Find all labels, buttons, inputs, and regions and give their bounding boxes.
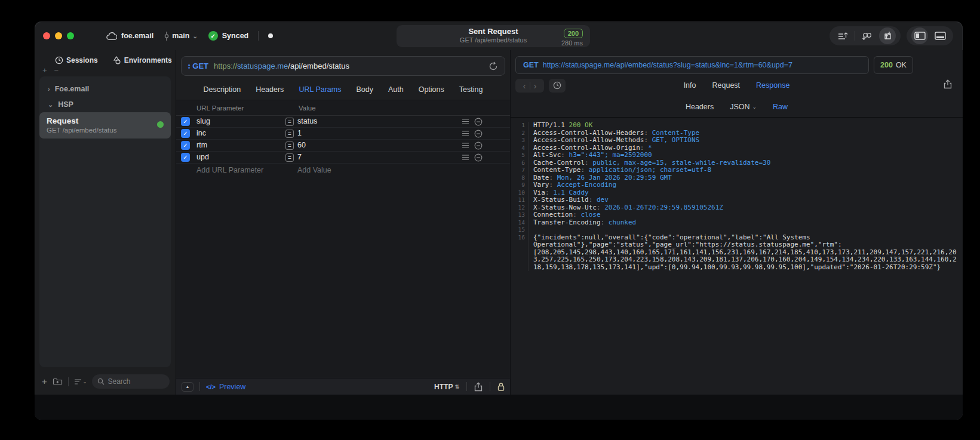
zoom-window-button[interactable]	[67, 32, 74, 39]
line-content: Transfer-Encoding: chunked	[529, 219, 959, 227]
operator-equals-icon[interactable]: =	[285, 141, 294, 150]
param-value-field[interactable]: 1	[297, 129, 302, 137]
branch-selector[interactable]: main ⌄	[164, 32, 198, 41]
tab-auth[interactable]: Auth	[388, 85, 404, 94]
line-content: Vary: Accept-Encoding	[529, 181, 959, 189]
sidebar-group-hsp[interactable]: ⌄ HSP	[39, 97, 171, 112]
history-nav-group: ‹ ›	[515, 79, 544, 93]
method-selector[interactable]: GET	[192, 61, 208, 70]
search-input[interactable]: Search	[92, 374, 170, 389]
operator-equals-icon[interactable]: =	[285, 153, 294, 162]
tab-headers[interactable]: Headers	[686, 103, 714, 111]
param-checkbox[interactable]: ✓	[181, 129, 190, 138]
tab-body[interactable]: Body	[356, 85, 373, 94]
sent-request-summary[interactable]: Sent Request GET /api/embed/status 200 2…	[397, 25, 590, 47]
remove-param-button[interactable]	[474, 118, 483, 126]
sort-list-button[interactable]: ⌄	[74, 379, 87, 385]
sent-request-url: GET https://statuspage.me/api/embed/stat…	[515, 56, 869, 74]
operator-equals-icon[interactable]: =	[285, 118, 294, 126]
param-name-field[interactable]: rtm	[196, 141, 207, 149]
param-checkbox[interactable]: ✓	[181, 153, 190, 162]
footer-divider	[68, 377, 69, 386]
tab-options[interactable]: Options	[419, 85, 444, 94]
new-request-button[interactable]: +	[42, 377, 47, 386]
response-header: GET https://statuspage.me/api/embed/stat…	[511, 50, 963, 74]
collapse-panel-button[interactable]: ▲	[182, 382, 193, 392]
param-value-field[interactable]: 7	[297, 153, 302, 161]
share-button[interactable]	[474, 382, 483, 392]
remove-param-button[interactable]	[474, 141, 483, 150]
sent-method: GET	[523, 61, 539, 69]
history-button[interactable]	[549, 79, 566, 93]
resend-request-button[interactable]	[489, 61, 498, 71]
stepper-icon: ⇅	[454, 384, 459, 390]
tab-request[interactable]: Request	[712, 81, 741, 90]
operator-equals-icon[interactable]: =	[285, 130, 294, 138]
row-options-icon[interactable]	[462, 142, 469, 149]
toggle-bottom-panel-button[interactable]	[932, 27, 948, 44]
add-session-button[interactable]: +	[42, 66, 47, 75]
add-url-parameter-field[interactable]: Add URL Parameter	[196, 166, 263, 174]
column-header-parameter: URL Parameter	[196, 104, 244, 112]
tab-environments[interactable]: Environments	[112, 56, 172, 64]
publish-cycle-button[interactable]	[879, 27, 896, 44]
row-options-icon[interactable]	[462, 154, 469, 161]
api-sync-button[interactable]	[859, 27, 875, 44]
line-number: 4	[513, 144, 529, 152]
sync-status[interactable]: ✓ Synced	[208, 31, 248, 41]
lock-icon[interactable]	[497, 382, 505, 391]
export-response-button[interactable]	[944, 79, 952, 89]
preview-button[interactable]: </> Preview	[206, 383, 245, 391]
tab-raw[interactable]: Raw	[773, 103, 788, 111]
param-value-field[interactable]: 60	[297, 141, 306, 149]
tab-info[interactable]: Info	[684, 81, 696, 90]
new-folder-button[interactable]	[53, 377, 63, 386]
param-checkbox[interactable]: ✓	[181, 117, 190, 126]
url-scheme: https://	[214, 61, 237, 70]
preview-label: Preview	[219, 383, 245, 391]
branch-icon	[164, 32, 169, 41]
param-name-field[interactable]: slug	[196, 117, 210, 125]
sync-label: Synced	[222, 32, 248, 40]
param-name-field[interactable]: upd	[196, 153, 209, 161]
sidebar-item-request[interactable]: Request GET /api/embed/status	[39, 112, 171, 139]
back-button[interactable]: ‹	[523, 81, 526, 91]
traffic-lights	[43, 32, 74, 39]
protocol-selector[interactable]: HTTP ⇅	[434, 383, 459, 391]
tab-testing[interactable]: Testing	[459, 85, 483, 94]
minimize-window-button[interactable]	[55, 32, 62, 39]
line-number: 11	[513, 196, 529, 204]
close-window-button[interactable]	[43, 32, 50, 39]
forward-button[interactable]: ›	[534, 81, 537, 91]
tab-url-params[interactable]: URL Params	[299, 85, 341, 94]
remove-param-button[interactable]	[474, 153, 483, 162]
layout-toggles-group	[907, 26, 953, 45]
line-content: {"incidents":null,"overall":{"code":"ope…	[529, 234, 959, 272]
sent-url: https://statuspage.me/api/embed/status?s…	[543, 61, 792, 69]
remove-session-button[interactable]: −	[54, 66, 59, 75]
sessions-panel: › Foe.email ⌄ HSP Request GET /api/embed…	[39, 76, 171, 367]
remove-param-button[interactable]	[474, 130, 483, 138]
project-selector[interactable]: foe.email	[106, 32, 153, 40]
row-options-icon[interactable]	[462, 130, 469, 137]
import-button[interactable]	[834, 27, 851, 44]
request-url-bar[interactable]: ▴▾ GET https://statuspage.me/api/embed/s…	[181, 56, 505, 76]
row-options-icon[interactable]	[462, 118, 469, 125]
tab-description[interactable]: Description	[204, 85, 241, 94]
param-name-field[interactable]: inc	[196, 129, 206, 137]
param-checkbox[interactable]: ✓	[181, 141, 190, 150]
actions-divider	[855, 31, 855, 41]
tab-sessions[interactable]: Sessions	[55, 56, 98, 64]
param-value-field[interactable]: status	[297, 117, 317, 125]
toggle-left-sidebar-button[interactable]	[911, 27, 928, 44]
environments-shapes-icon	[112, 56, 121, 64]
chevron-down-icon: ⌄	[192, 33, 197, 39]
params-rows: ✓slug=status✓inc=1✓rtm=60✓upd=7	[176, 116, 510, 164]
tab-json[interactable]: JSON⌄	[730, 103, 757, 111]
chevron-down-icon: ⌄	[48, 101, 53, 109]
sidebar-group-foe-email[interactable]: › Foe.email	[39, 81, 171, 97]
tab-headers[interactable]: Headers	[256, 85, 284, 94]
response-raw-view[interactable]: 1HTTP/1.1 200 OK2Access-Control-Allow-He…	[511, 118, 963, 395]
add-value-field[interactable]: Add Value	[297, 166, 331, 174]
tab-response[interactable]: Response	[756, 81, 789, 90]
